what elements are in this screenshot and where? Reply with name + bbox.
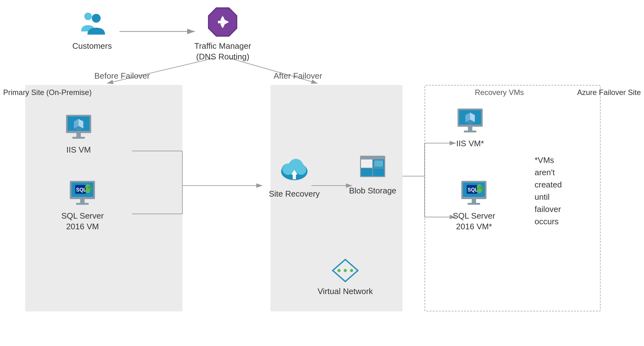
site-recovery-icon-wrapper: Site Recovery (269, 154, 320, 199)
svg-point-69 (477, 188, 482, 193)
recovery-vms-box (425, 85, 601, 311)
svg-rect-38 (80, 199, 85, 203)
svg-point-16 (84, 13, 92, 20)
iis-vm-label: IIS VM (66, 145, 91, 155)
svg-rect-71 (468, 203, 480, 205)
virtual-network-icon-wrapper: Virtual Network (318, 258, 373, 297)
iis-vm-recovery-svg (456, 107, 484, 135)
svg-point-17 (92, 14, 101, 23)
svg-rect-29 (76, 133, 81, 137)
svg-rect-39 (76, 203, 89, 205)
iis-vm-recovery-label: IIS VM* (456, 138, 484, 149)
sql-vm-recovery-svg: SQL (460, 179, 488, 208)
svg-text:SQL: SQL (468, 187, 478, 193)
svg-point-74 (344, 269, 347, 272)
recovery-vms-label: Recovery VMs (475, 87, 524, 97)
svg-rect-50 (361, 159, 372, 168)
sql-vm-icon-wrapper: SQL SQL Server 2016 VM (61, 179, 104, 232)
svg-text:SQL: SQL (76, 187, 86, 193)
svg-point-73 (337, 269, 341, 272)
customers-icon-wrapper: Customers (72, 9, 112, 52)
customers-svg (78, 9, 106, 38)
blob-storage-icon-wrapper: Blob Storage (349, 154, 396, 196)
blob-storage-svg (358, 154, 387, 182)
virtual-network-label: Virtual Network (318, 286, 373, 297)
svg-rect-30 (72, 137, 85, 139)
iis-vm-recovery-icon-wrapper: IIS VM* (456, 107, 484, 149)
primary-site-label: Primary Site (On-Premise) (3, 87, 92, 97)
vms-note: *VMs aren't created until failover occur… (535, 154, 562, 228)
before-failover-label: Before Failover (94, 71, 150, 81)
svg-rect-70 (472, 199, 476, 203)
site-recovery-svg (279, 154, 310, 186)
diagram-container: Customers Traffic Manager (DNS Routing) … (0, 0, 644, 346)
svg-rect-53 (373, 168, 384, 176)
virtual-network-svg (331, 258, 359, 283)
customers-label: Customers (72, 41, 112, 52)
svg-point-75 (350, 269, 353, 272)
svg-rect-61 (468, 127, 472, 131)
svg-point-46 (296, 165, 306, 175)
sql-vm-recovery-icon-wrapper: SQL SQL Server 2016 VM* (453, 179, 495, 232)
after-failover-label: After Failover (274, 71, 322, 81)
iis-vm-icon-wrapper: IIS VM (64, 113, 93, 155)
azure-failover-site-label: Azure Failover Site (577, 87, 641, 97)
svg-rect-52 (361, 168, 372, 176)
site-recovery-label: Site Recovery (269, 189, 320, 199)
sql-vm-label: SQL Server 2016 VM (61, 211, 104, 232)
iis-vm-svg (64, 113, 93, 142)
primary-site-box (25, 85, 182, 311)
svg-point-37 (85, 188, 90, 193)
traffic-manager-icon-wrapper: Traffic Manager (DNS Routing) (194, 6, 251, 62)
svg-rect-54 (374, 160, 383, 167)
traffic-manager-label: Traffic Manager (DNS Routing) (194, 41, 251, 62)
svg-rect-62 (464, 131, 476, 132)
sql-vm-svg: SQL (68, 179, 97, 208)
traffic-manager-svg (207, 6, 238, 38)
blob-storage-label: Blob Storage (349, 186, 396, 196)
sql-vm-recovery-label: SQL Server 2016 VM* (453, 211, 495, 232)
